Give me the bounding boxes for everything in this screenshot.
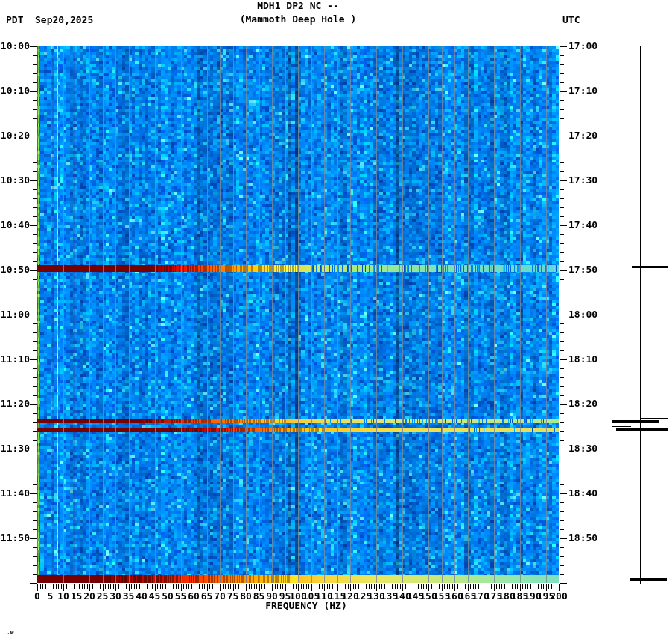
left-time-label: 11:00 [0, 309, 30, 320]
spectrogram-canvas [0, 0, 672, 644]
right-time-label: 18:00 [568, 309, 598, 320]
right-time-label: 18:40 [568, 488, 598, 499]
right-time-label: 17:30 [568, 175, 598, 186]
left-time-label: 11:10 [0, 354, 30, 364]
watermark: .w [7, 630, 14, 636]
station-title: MDH1 DP2 NC -- [37, 1, 559, 11]
station-subtitle: (Mammoth Deep Hole ) [37, 14, 559, 25]
right-time-label: 18:10 [568, 354, 598, 364]
right-time-label: 17:40 [568, 220, 598, 230]
left-time-label: 11:20 [0, 399, 30, 409]
left-time-label: 10:20 [0, 130, 30, 141]
right-time-label: 17:00 [568, 41, 598, 51]
left-time-label: 10:50 [0, 265, 30, 275]
right-time-label: 17:50 [568, 265, 598, 275]
spectrogram-page: PDT Sep20,2025 MDH1 DP2 NC -- (Mammoth D… [0, 0, 672, 644]
left-time-label: 10:00 [0, 41, 30, 51]
left-time-label: 10:30 [0, 175, 30, 186]
timezone-left-label: PDT [6, 15, 23, 25]
left-time-label: 11:40 [0, 488, 30, 499]
left-time-label: 10:10 [0, 86, 30, 96]
right-time-label: 18:20 [568, 399, 598, 409]
timezone-right-label: UTC [562, 15, 580, 25]
right-time-label: 17:20 [568, 130, 598, 141]
right-time-label: 18:50 [568, 533, 598, 543]
x-axis-title: FREQUENCY (HZ) [194, 601, 418, 611]
frequency-tick-label: 200 [544, 591, 574, 601]
left-time-label: 10:40 [0, 220, 30, 230]
left-time-label: 11:30 [0, 443, 30, 454]
right-time-label: 17:10 [568, 86, 598, 96]
right-time-label: 18:30 [568, 443, 598, 454]
left-time-label: 11:50 [0, 533, 30, 543]
